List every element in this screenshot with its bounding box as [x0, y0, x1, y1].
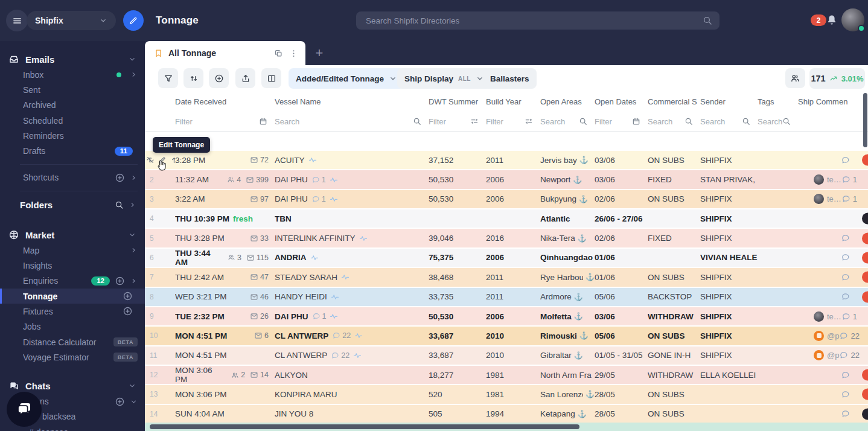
tag-chip[interactable]: te…	[814, 174, 841, 185]
sidebar-item-scheduled[interactable]: Scheduled	[0, 113, 145, 128]
add-icon[interactable]	[123, 306, 133, 316]
sidebar-item-map[interactable]: Map	[0, 243, 145, 258]
hide-icon[interactable]	[146, 156, 155, 164]
ship-comments[interactable]: 1	[841, 175, 857, 184]
vessel-name-cell[interactable]: ALKYON	[275, 371, 429, 380]
ship-comments[interactable]: 1	[841, 194, 857, 203]
sidebar-item-enquiries[interactable]: Enquiries12	[0, 273, 145, 289]
vessel-name-cell[interactable]: STEADY SARAH	[275, 273, 429, 282]
workspace-selector[interactable]: Shipfix	[27, 11, 116, 30]
sidebar-item-reminders[interactable]: Reminders	[0, 128, 145, 143]
column-header-vessel-name[interactable]: Vessel Name	[275, 97, 429, 106]
column-header-dwt-summer[interactable]: DWT Summer	[429, 97, 486, 106]
column-header-tags[interactable]: Tags	[758, 97, 798, 106]
table-row[interactable]: 14SUN 4:04 AMJIN YOU 85051994Ketapang⚓28…	[145, 405, 868, 424]
column-filter-commercial-s[interactable]: Search	[648, 117, 700, 126]
table-row[interactable]: 211:32 AM4399DAI PHU150,5302006Newport⚓0…	[145, 170, 868, 190]
sidebar-item-distance-calculator[interactable]: Distance CalculatorBETA	[0, 334, 145, 350]
column-header-commercial-s[interactable]: Commercial S	[648, 97, 700, 106]
table-row[interactable]: 4THU 10:39 PMfreshTBNAtlantic26/06 - 27/…	[145, 209, 868, 229]
column-filter-vessel-name[interactable]: Search	[275, 117, 429, 126]
ship-display-dropdown[interactable]: Ship Display ALL	[397, 68, 491, 89]
column-filter-tags[interactable]: Search	[758, 117, 798, 126]
table-row[interactable]: 9TUE 2:32 PM26DAI PHU150,5302006Molfetta…	[145, 307, 868, 327]
sidebar-item-archived[interactable]: Archived	[0, 98, 145, 113]
add-tonnage-button[interactable]	[209, 68, 229, 88]
column-header-ship-commen[interactable]: Ship Commen	[798, 97, 868, 106]
column-header-date-received[interactable]: Date Received	[175, 97, 275, 106]
tab-all-tonnage[interactable]: All Tonnage	[145, 41, 305, 65]
ballasters-button[interactable]: Ballasters	[483, 68, 537, 89]
column-header-build-year[interactable]: Build Year	[486, 97, 540, 106]
vessel-name-cell[interactable]: ACUITY	[275, 156, 429, 165]
sidebar-item-tonnage[interactable]: Tonnage	[0, 289, 145, 304]
horizontal-scrollbar-track[interactable]	[145, 423, 868, 431]
table-row[interactable]: 6THU 3:44 AM3115ANDRIA75,3752006Qinhuang…	[145, 249, 868, 268]
vessel-name-cell[interactable]: ANDRIA	[275, 253, 429, 262]
add-icon[interactable]	[115, 397, 125, 407]
vessel-name-cell[interactable]: DAI PHU1	[275, 175, 429, 184]
column-filter-sender[interactable]: Search	[700, 117, 758, 126]
column-filter-open-dates[interactable]: Filter	[595, 117, 648, 126]
column-filter-build-year[interactable]: Filter	[486, 117, 540, 126]
compose-button[interactable]	[123, 10, 144, 31]
tab-options-kebab-icon[interactable]	[289, 49, 298, 58]
sidebar-section-folders[interactable]: Folders	[0, 197, 145, 212]
hamburger-menu-button[interactable]	[6, 10, 28, 31]
sidebar-section-emails[interactable]: Emails	[0, 51, 145, 67]
sidebar-item-jobs[interactable]: Jobs	[0, 319, 145, 334]
vessel-name-cell[interactable]: KONPIRA MARU	[275, 390, 429, 399]
ship-comments[interactable]	[841, 292, 850, 301]
result-count-chip[interactable]: 171 3.01%	[809, 68, 865, 89]
table-row[interactable]: 33:22 AM97DAI PHU150,5302006Bukpyung⚓02/…	[145, 190, 868, 209]
vessel-name-cell[interactable]: TBN	[275, 214, 429, 223]
table-row[interactable]: 10MON 4:51 PM6CL ANTWERP2233,6872010Rimo…	[145, 327, 868, 346]
vessel-name-cell[interactable]: CL ANTWERP22	[275, 351, 429, 360]
filter-button[interactable]	[158, 68, 178, 88]
ship-comments[interactable]: 22	[839, 351, 859, 360]
chat-widget-button[interactable]	[7, 392, 42, 427]
ship-comments[interactable]: 1	[841, 312, 857, 321]
sidebar-item-insights[interactable]: Insights	[0, 258, 145, 273]
ship-comments[interactable]	[841, 273, 850, 282]
sidebar-section-market[interactable]: Market	[0, 227, 145, 243]
vessel-name-cell[interactable]: INTERLINK AFFINITY	[275, 234, 429, 243]
sidebar-item-voyage-estimator[interactable]: Voyage EstimatorBETA	[0, 350, 145, 365]
vertical-scrollbar-thumb[interactable]	[863, 93, 867, 147]
global-search-input[interactable]: Search Shipfix Directories	[356, 11, 720, 30]
edit-tonnage-icon[interactable]	[158, 156, 167, 165]
vessel-name-cell[interactable]: JIN YOU 8	[275, 409, 429, 418]
ship-comments[interactable]	[841, 234, 850, 243]
table-row[interactable]: 7THU 2:42 AM47STEADY SARAH38,4682011Rye …	[145, 268, 868, 287]
sort-button[interactable]	[183, 68, 203, 88]
sidebar-item-inbox[interactable]: Inbox	[0, 67, 145, 82]
tag-chip[interactable]: @p	[814, 350, 839, 360]
table-row[interactable]: 11MON 4:51 PMCL ANTWERP2233,6872010Gibra…	[145, 346, 868, 366]
vessel-name-cell[interactable]: CL ANTWERP22	[275, 331, 429, 340]
add-icon[interactable]	[115, 276, 125, 286]
ship-comments[interactable]	[841, 371, 850, 380]
contacts-button[interactable]	[785, 68, 805, 88]
table-row[interactable]: 13MON 3:06 PMKONPIRA MARU5201981San Lore…	[145, 385, 868, 404]
bell-icon[interactable]	[826, 14, 838, 26]
sidebar-item-drafts[interactable]: Drafts11	[0, 143, 145, 158]
new-tab-button[interactable]: +	[312, 46, 327, 60]
ship-comments[interactable]	[841, 156, 850, 165]
sidebar-item-fixtures[interactable]: Fixtures	[0, 304, 145, 319]
column-filter-dwt-summer[interactable]: Filter	[429, 117, 486, 126]
vessel-name-cell[interactable]: DAI PHU1	[275, 194, 429, 203]
table-row[interactable]: 5THU 3:28 PM33INTERLINK AFFINITY39,04620…	[145, 229, 868, 248]
column-header-open-dates[interactable]: Open Dates	[595, 97, 648, 106]
tag-chip[interactable]: @p	[814, 331, 839, 341]
sidebar-item-sent[interactable]: Sent	[0, 82, 145, 97]
user-avatar[interactable]	[841, 8, 864, 31]
sidebar-item-shortcuts[interactable]: Shortcuts	[0, 170, 145, 185]
vessel-name-cell[interactable]: HANDY HEIDI	[275, 292, 429, 301]
duplicate-tab-icon[interactable]	[274, 49, 283, 58]
table-row[interactable]: 8WED 3:21 PM46HANDY HEIDI33,7352011Ardmo…	[145, 288, 868, 307]
ship-comments[interactable]	[841, 390, 850, 399]
vessel-name-cell[interactable]: DAI PHU1	[275, 312, 429, 321]
ship-comments[interactable]: 22	[839, 331, 859, 340]
tag-chip[interactable]: te…	[814, 311, 841, 322]
column-header-sender[interactable]: Sender	[700, 97, 758, 106]
